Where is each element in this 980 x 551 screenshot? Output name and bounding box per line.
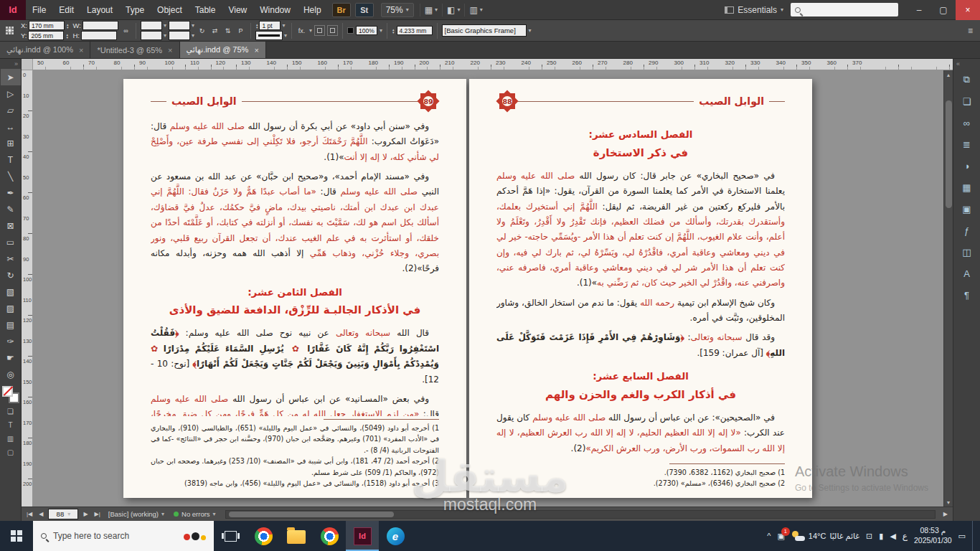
menu-object[interactable]: Object [151,0,189,20]
gap-tool[interactable]: ↔ [1,118,21,135]
rotation-angle-field[interactable] [169,21,190,30]
text-wrap-panel-icon[interactable]: ◫ [955,241,979,263]
gradient-feather-tool[interactable]: ▨ [1,300,21,316]
show-desktop-button[interactable] [972,521,976,551]
scale-x-field[interactable] [141,21,162,30]
stroke-type-dropdown[interactable] [255,31,283,40]
app-search-input[interactable] [791,3,898,17]
menu-table[interactable]: Table [189,0,222,20]
wrap-around-bounding-box-button[interactable] [327,25,338,36]
tab-close-icon[interactable]: × [168,46,172,55]
cc-libraries-panel-icon[interactable]: ▣ [955,198,979,220]
screen-mode-icon[interactable]: ▢ [1,446,21,459]
direct-selection-tool[interactable]: ▷ [1,85,21,102]
menu-view[interactable]: View [222,0,253,20]
taskbar-search[interactable]: Type here to search [33,521,214,551]
x-position-field[interactable]: 170 mm [29,21,65,30]
eyedropper-tool[interactable]: ✑ [1,333,21,349]
minimize-button[interactable]: – [907,0,931,20]
weather-widget[interactable]: 14°C غائم غالبًا [791,531,859,541]
tab-close-icon[interactable]: × [254,46,258,55]
pages-panel-icon[interactable]: ⧉ [955,69,979,90]
first-page-button[interactable]: |◀ [25,511,34,517]
color-panel-icon[interactable]: ◑ [955,155,979,176]
document-tab[interactable]: *Untitled-3 @ 65%× [90,42,179,58]
y-position-field[interactable]: 205 mm [28,31,64,40]
line-tool[interactable]: ╲ [1,168,21,184]
menu-window[interactable]: Window [253,0,297,20]
scale-y-field[interactable] [141,31,162,40]
screen-mode-button[interactable]: ◧▾ [442,4,464,17]
formatting-affects-container-icon[interactable]: ❏ [1,405,21,418]
free-transform-tool[interactable]: ↻ [1,267,21,283]
scissors-tool[interactable]: ✂ [1,250,21,267]
control-panel-menu-icon[interactable]: ≡ [963,26,977,36]
flip-horizontal-button[interactable]: ⇄ [209,25,220,37]
height-field[interactable] [81,31,117,40]
width-field[interactable] [83,21,118,30]
stroke-panel-icon[interactable]: ≣ [955,133,979,155]
gradient-swatch-tool[interactable]: ▧ [1,283,21,300]
pasteboard[interactable]: الوابل الصيب89وفي «سنن أبي داود» عن أبي … [33,70,953,507]
bridge-button[interactable]: Br [332,3,351,17]
notification-tray-icon[interactable]: ▣1 [777,532,784,541]
formatting-affects-text-icon[interactable]: T [1,418,21,432]
content-collector-tool[interactable]: ⊞ [1,135,21,151]
scroll-up-icon[interactable]: ▲ [946,70,951,79]
note-tool[interactable]: ▤ [1,316,21,333]
tab-close-icon[interactable]: × [79,46,83,55]
menu-edit[interactable]: Edit [52,0,80,20]
display-tray-icon[interactable]: ⊡ [866,532,872,541]
no-text-wrap-button[interactable] [314,25,325,36]
stock-button[interactable]: St [355,3,374,17]
rectangle-tool[interactable]: ▭ [1,234,21,250]
browser-icon[interactable] [313,521,346,551]
vertical-scroll-track[interactable] [944,79,953,498]
ruler-origin[interactable] [22,59,33,70]
fill-swatch[interactable] [2,386,13,397]
horizontal-scrollbar[interactable] [225,510,936,519]
zoom-level-dropdown[interactable]: 75% ▾ [381,3,414,17]
effects-button[interactable]: fx. [296,25,307,37]
expand-panels-icon[interactable]: « [953,59,963,69]
last-page-button[interactable]: ▶| [93,511,102,517]
previous-page-button[interactable]: ◀ [37,511,44,517]
constrain-proportions-icon[interactable]: ∞ [121,25,131,37]
menu-help[interactable]: Help [297,0,328,20]
chrome-icon[interactable] [247,521,280,551]
battery-tray-icon[interactable]: ▮ [879,532,883,541]
file-explorer-icon[interactable] [280,521,313,551]
swatches-panel-icon[interactable]: ▦ [955,176,979,198]
rectangle-frame-tool[interactable]: ⊠ [1,217,21,234]
edge-icon[interactable]: e [379,521,412,551]
reference-point-proxy[interactable] [6,27,14,34]
stepper-icon[interactable]: ▴▾ [256,23,258,29]
selection-tool[interactable]: ➤ [1,69,21,85]
view-options-button[interactable]: ▦▾ [420,4,442,17]
vertical-scrollbar[interactable]: ▲ ▼ [943,70,953,507]
book-page-89[interactable]: الوابل الصيب89وفي «سنن أبي داود» عن أبي … [123,79,466,498]
character-styles-panel-icon[interactable]: A [955,263,979,284]
arrange-documents-button[interactable]: ▥▾ [464,4,486,17]
effects-panel-icon[interactable]: ƒ [955,220,979,241]
stepper-icon[interactable]: ▴▾ [67,23,69,29]
corner-radius-field[interactable]: 4.233 mm [397,26,433,35]
shear-angle-field[interactable] [169,31,190,40]
menu-file[interactable]: File [26,0,52,20]
object-style-dropdown[interactable]: [Basic Graphics Frame] [442,24,527,37]
stroke-weight-field[interactable]: 1 pt [259,21,281,30]
flip-vertical-button[interactable]: ⇅ [222,25,233,37]
workspace-switcher[interactable]: Essentials ▾ [725,5,783,15]
next-page-button[interactable]: ▶ [82,511,89,517]
page-tool[interactable]: ▱ [1,102,21,118]
preflight-status[interactable]: No errors▾ [171,510,219,518]
stepper-icon[interactable]: ▴▾ [66,33,68,39]
document-tab[interactable]: نهائي.indd @ 75%× [180,42,266,58]
indesign-taskbar-icon[interactable]: Id [346,521,379,551]
apply-gradient-icon[interactable]: ▥ [1,432,21,446]
preflight-profile-dropdown[interactable]: [Basic] (working)▾ [105,510,167,518]
layers-panel-icon[interactable]: ❏ [955,90,979,112]
language-indicator[interactable]: ع [903,531,908,541]
start-button[interactable] [0,521,33,551]
action-center-icon[interactable]: ▭ [958,532,966,541]
